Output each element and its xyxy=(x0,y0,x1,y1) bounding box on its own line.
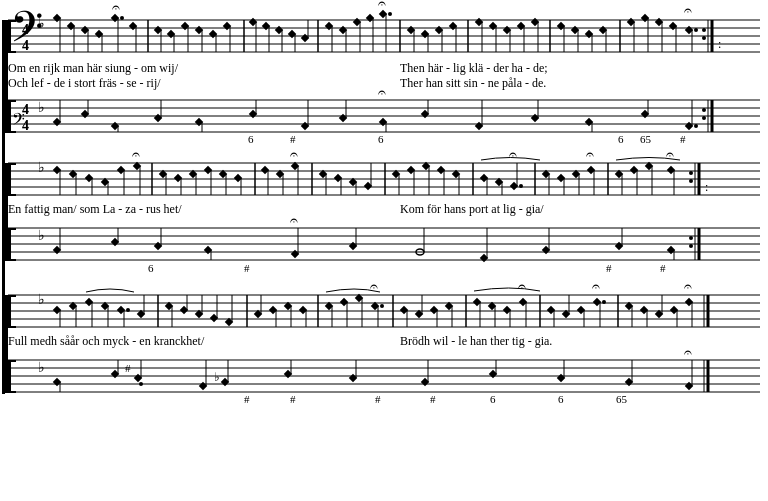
svg-rect-455 xyxy=(5,295,8,393)
svg-point-62 xyxy=(388,12,392,16)
svg-point-391 xyxy=(602,300,606,304)
svg-rect-309 xyxy=(5,163,8,261)
svg-text:6: 6 xyxy=(558,393,564,405)
svg-text:4: 4 xyxy=(22,38,29,53)
svg-text:𝄐: 𝄐 xyxy=(684,345,692,360)
svg-text:4: 4 xyxy=(22,118,29,133)
svg-text:En fattig man/ som  La - za - : En fattig man/ som La - za - rus het/ xyxy=(8,202,182,216)
svg-text:𝄐: 𝄐 xyxy=(586,147,594,162)
svg-text:𝄐: 𝄐 xyxy=(684,279,692,294)
svg-text:𝄐: 𝄐 xyxy=(666,147,674,162)
svg-rect-275 xyxy=(8,228,16,230)
svg-text:Ther han  sitt  sin - ne   pål: Ther han sitt sin - ne påla - de. xyxy=(400,76,546,90)
svg-point-303 xyxy=(689,236,693,240)
svg-text:#: # xyxy=(430,393,436,405)
svg-point-264 xyxy=(689,171,693,175)
svg-text::: : xyxy=(705,180,708,194)
svg-text:#: # xyxy=(660,262,666,274)
music-score: 𝄢 4 4 ♭ 𝄐 xyxy=(0,0,768,501)
svg-text:6: 6 xyxy=(378,133,384,145)
svg-text:𝄐: 𝄐 xyxy=(290,213,298,228)
svg-text:♭: ♭ xyxy=(214,370,220,384)
svg-rect-315 xyxy=(8,295,11,328)
svg-point-424 xyxy=(139,382,143,386)
svg-rect-316 xyxy=(8,295,16,297)
svg-rect-9 xyxy=(8,51,16,53)
svg-text:♭: ♭ xyxy=(38,292,45,307)
svg-text:65: 65 xyxy=(616,393,628,405)
svg-point-162 xyxy=(702,116,706,120)
svg-text:#: # xyxy=(680,133,686,145)
svg-text:♭: ♭ xyxy=(38,100,45,115)
svg-text:𝄐: 𝄐 xyxy=(290,147,298,162)
svg-text:♭: ♭ xyxy=(38,16,45,31)
svg-text:#: # xyxy=(125,362,131,374)
svg-text:𝄐: 𝄐 xyxy=(518,279,526,294)
svg-rect-7 xyxy=(8,20,11,53)
svg-rect-415 xyxy=(8,360,16,362)
svg-point-304 xyxy=(689,244,693,248)
svg-rect-176 xyxy=(8,163,16,165)
svg-point-23 xyxy=(120,16,124,20)
svg-rect-414 xyxy=(8,360,11,393)
svg-text:𝄐: 𝄐 xyxy=(509,147,517,162)
svg-text::: : xyxy=(718,37,721,51)
svg-text:Then här - lig   klä - der  ha: Then här - lig klä - der ha - de; xyxy=(400,61,548,75)
svg-rect-274 xyxy=(8,228,11,261)
svg-rect-276 xyxy=(8,259,16,261)
svg-text:𝄐: 𝄐 xyxy=(112,0,120,15)
svg-rect-169 xyxy=(5,20,8,133)
svg-point-109 xyxy=(702,36,706,40)
svg-text:#: # xyxy=(244,262,250,274)
svg-point-161 xyxy=(702,108,706,112)
svg-rect-317 xyxy=(8,326,16,328)
svg-rect-456 xyxy=(2,20,5,394)
svg-point-265 xyxy=(689,179,693,183)
svg-rect-121 xyxy=(8,100,16,102)
svg-point-108 xyxy=(702,28,706,32)
svg-text:6: 6 xyxy=(248,133,254,145)
svg-text:#: # xyxy=(244,393,250,405)
svg-text:#: # xyxy=(606,262,612,274)
svg-text:𝄐: 𝄐 xyxy=(378,0,386,11)
svg-text:4: 4 xyxy=(22,102,29,117)
svg-text:#: # xyxy=(290,133,296,145)
svg-rect-8 xyxy=(8,20,16,22)
svg-text:♭: ♭ xyxy=(38,228,45,243)
svg-text:6: 6 xyxy=(618,133,624,145)
svg-text:Kom för  hans port   at   lig : Kom för hans port at lig - gia/ xyxy=(400,202,544,216)
svg-text:Och lef - de   i   stort fräs : Och lef - de i stort fräs - se - rij/ xyxy=(8,76,161,90)
svg-text:𝄐: 𝄐 xyxy=(684,3,692,18)
svg-point-329 xyxy=(126,308,130,312)
svg-text:#: # xyxy=(290,393,296,405)
svg-rect-175 xyxy=(8,163,11,196)
svg-text:6: 6 xyxy=(148,262,154,274)
svg-text:Om en   rijk  man  här siung -: Om en rijk man här siung - om wij/ xyxy=(8,61,179,75)
svg-point-240 xyxy=(519,184,523,188)
svg-text:Brödh wil - le  han   ther tig: Brödh wil - le han ther tig - gia. xyxy=(400,334,552,348)
svg-text:♭: ♭ xyxy=(38,360,45,375)
svg-text:𝄐: 𝄐 xyxy=(370,279,378,294)
svg-rect-416 xyxy=(8,391,16,393)
svg-text:65: 65 xyxy=(640,133,652,145)
svg-rect-177 xyxy=(8,194,16,196)
svg-point-361 xyxy=(380,304,384,308)
svg-text:Full medh såår  och  myck - en: Full medh såår och myck - en kranckhet/ xyxy=(8,334,205,348)
svg-text:𝄐: 𝄐 xyxy=(132,147,140,162)
svg-text:4: 4 xyxy=(22,22,29,37)
svg-point-104 xyxy=(694,28,698,32)
svg-text:𝄐: 𝄐 xyxy=(378,85,386,100)
svg-text:𝄐: 𝄐 xyxy=(592,279,600,294)
svg-point-158 xyxy=(694,124,698,128)
svg-text:#: # xyxy=(375,393,381,405)
svg-text:♭: ♭ xyxy=(38,160,45,175)
svg-rect-120 xyxy=(8,100,11,133)
svg-text:6: 6 xyxy=(490,393,496,405)
